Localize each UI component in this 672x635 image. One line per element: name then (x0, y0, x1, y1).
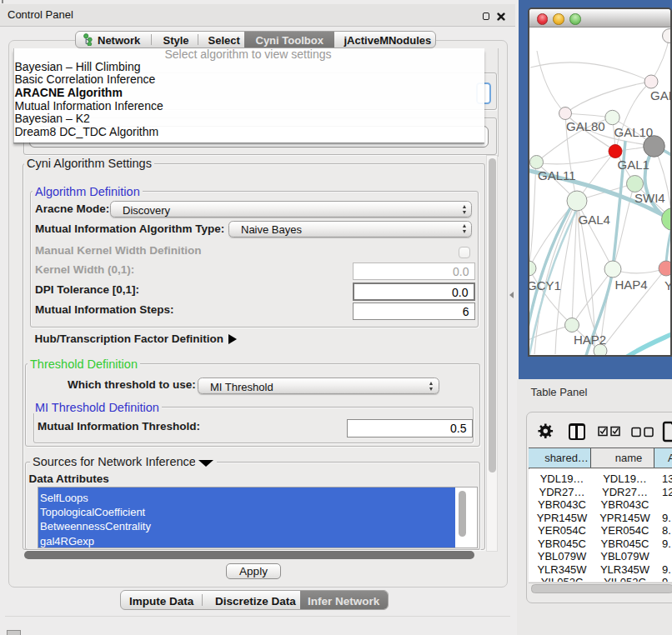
svg-text:GAL1: GAL1 (618, 158, 649, 172)
svg-text:YJ: YJ (664, 278, 670, 292)
svg-text:GAL80: GAL80 (566, 119, 605, 133)
svg-text:GAL2: GAL2 (650, 88, 670, 102)
svg-text:HAP4: HAP4 (615, 278, 648, 292)
svg-text:HAP2: HAP2 (574, 332, 606, 347)
svg-text:GAL11: GAL11 (538, 168, 576, 182)
svg-text:SWI4: SWI4 (634, 191, 665, 205)
svg-text:GAL10: GAL10 (614, 125, 654, 139)
svg-text:GCY1: GCY1 (529, 278, 561, 292)
svg-text:GAL4: GAL4 (579, 212, 610, 227)
